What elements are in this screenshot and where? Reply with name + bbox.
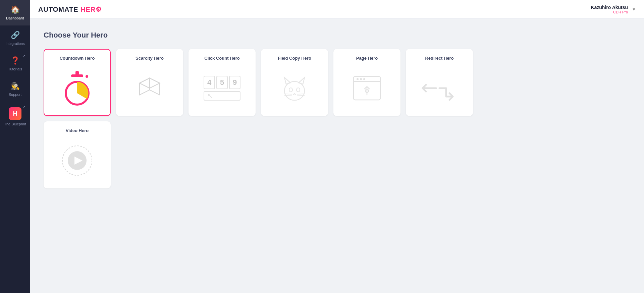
svg-line-16 [297, 95, 305, 96]
svg-point-11 [297, 88, 300, 92]
hero-card-page[interactable]: Page Hero [333, 49, 400, 116]
hero-card-click-count-title: Click Count Hero [204, 56, 239, 61]
scarcity-icon-wrap [133, 65, 166, 111]
app-logo: AUTOMATE HER⚙ [38, 5, 102, 13]
hero-card-field-copy[interactable]: Field Copy Hero [261, 49, 328, 116]
main-wrapper: AUTOMATE HER⚙ Kazuhiro Akutsu CDH Pro ▼ … [30, 0, 644, 293]
hero-grid-row2: Video Hero [44, 121, 631, 188]
hero-card-scarcity-title: Scarcity Hero [136, 56, 164, 61]
svg-rect-1 [71, 74, 83, 77]
hero-card-countdown-title: Countdown Hero [60, 56, 95, 61]
hero-card-scarcity[interactable]: Scarcity Hero [116, 49, 183, 116]
external-link-icon: ↗ [23, 54, 25, 58]
svg-point-21 [363, 78, 365, 80]
cursor-icon: ↖ [207, 92, 213, 100]
click-count-icon-wrap: 4 5 9 ↖ [204, 65, 240, 111]
digit-9: 9 [229, 76, 240, 89]
support-icon: 🕵️ [11, 82, 20, 91]
hero-card-field-copy-title: Field Copy Hero [278, 56, 311, 61]
hero-card-video-title: Video Hero [66, 128, 89, 133]
sidebar-item-tutorials[interactable]: ↗ ❓ Tutorials [0, 51, 30, 76]
user-menu[interactable]: Kazuhiro Akutsu CDH Pro ▼ [591, 5, 636, 14]
svg-point-10 [289, 88, 292, 92]
dashboard-icon: 🏠 [11, 5, 20, 14]
user-name: Kazuhiro Akutsu [591, 5, 628, 10]
svg-line-15 [297, 94, 305, 94]
sidebar-item-blueprint[interactable]: ↗ H The Blueprint [0, 102, 30, 131]
topbar: AUTOMATE HER⚙ Kazuhiro Akutsu CDH Pro ▼ [30, 0, 644, 19]
sidebar-item-blueprint-label: The Blueprint [4, 122, 26, 126]
hero-card-redirect-title: Redirect Hero [425, 56, 453, 61]
hero-card-click-count[interactable]: Click Count Hero 4 5 9 ↖ [189, 49, 256, 116]
sidebar-item-dashboard[interactable]: 🏠 Dashboard [0, 0, 30, 25]
svg-line-14 [284, 95, 292, 96]
svg-point-20 [360, 78, 362, 80]
sidebar-item-support[interactable]: 🕵️ Support [0, 76, 30, 102]
video-hero-icon [60, 144, 94, 177]
sidebar-item-integrations-label: Integrations [5, 42, 24, 46]
main-content: Choose Your Hero Countdown Hero [30, 19, 644, 293]
click-count-hero-icon: 4 5 9 ↖ [204, 76, 240, 101]
blueprint-external-link-icon: ↗ [23, 105, 25, 109]
sidebar: 🏠 Dashboard 🔗 Integrations ↗ ❓ Tutorials… [0, 0, 30, 293]
page-hero-icon [350, 71, 384, 105]
scarcity-hero-icon [133, 71, 166, 105]
click-bar: ↖ [204, 91, 240, 101]
hero-card-countdown[interactable]: Countdown Hero [44, 49, 111, 116]
hero-card-redirect[interactable]: Redirect Hero [406, 49, 473, 116]
svg-marker-12 [293, 93, 296, 95]
tutorials-icon: ❓ [11, 56, 20, 65]
countdown-hero-icon [62, 70, 92, 106]
svg-marker-8 [284, 77, 290, 84]
logo-highlight: HER⚙ [80, 6, 102, 13]
countdown-icon-wrap [62, 65, 92, 111]
hero-card-video[interactable]: Video Hero [44, 121, 111, 188]
integrations-icon: 🔗 [11, 31, 20, 40]
page-title: Choose Your Hero [44, 31, 631, 40]
gear-icon: ⚙ [96, 6, 102, 13]
hero-grid: Countdown Hero [44, 49, 631, 116]
video-icon-wrap [60, 138, 94, 183]
user-plan: CDH Pro [591, 10, 628, 14]
svg-point-2 [86, 75, 88, 78]
blueprint-logo-icon: H [9, 107, 21, 120]
digit-4: 4 [204, 76, 215, 89]
sidebar-item-integrations[interactable]: 🔗 Integrations [0, 25, 30, 51]
svg-point-19 [357, 78, 359, 80]
field-copy-icon-wrap [278, 65, 311, 111]
svg-marker-9 [299, 77, 305, 84]
field-copy-hero-icon [278, 71, 311, 105]
redirect-icon-wrap [421, 65, 458, 111]
sidebar-item-dashboard-label: Dashboard [6, 16, 24, 20]
page-hero-icon-wrap [350, 65, 384, 111]
click-digits: 4 5 9 [204, 76, 240, 89]
sidebar-item-support-label: Support [9, 93, 22, 97]
sidebar-item-tutorials-label: Tutorials [8, 67, 22, 71]
digit-5: 5 [216, 76, 228, 89]
svg-line-13 [284, 94, 292, 94]
svg-point-7 [284, 81, 305, 100]
hero-card-page-title: Page Hero [356, 56, 378, 61]
user-text-block: Kazuhiro Akutsu CDH Pro [591, 5, 628, 14]
redirect-hero-icon [421, 75, 458, 102]
chevron-down-icon: ▼ [632, 7, 636, 12]
